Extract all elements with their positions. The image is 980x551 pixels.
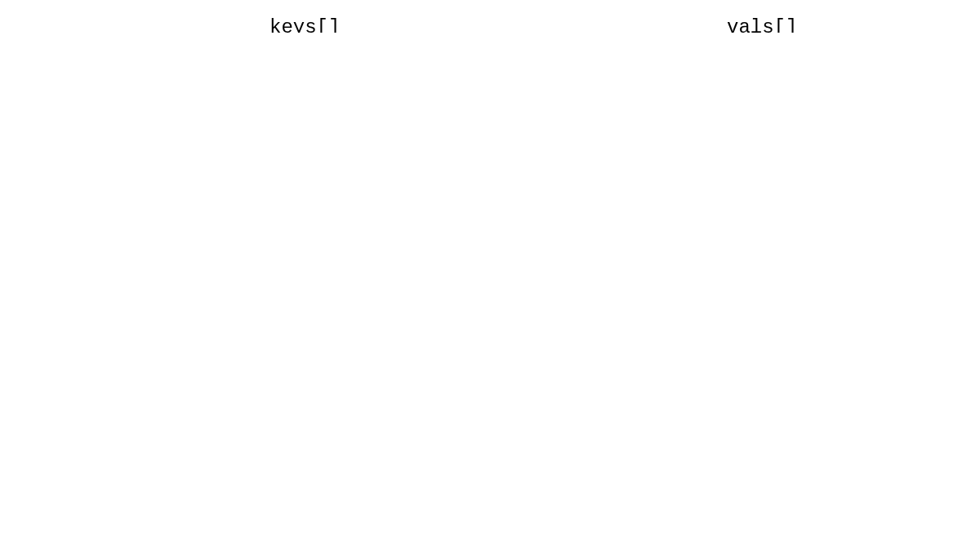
vals-header: vals[] [727,16,797,33]
keys-header: keys[] [270,16,340,33]
